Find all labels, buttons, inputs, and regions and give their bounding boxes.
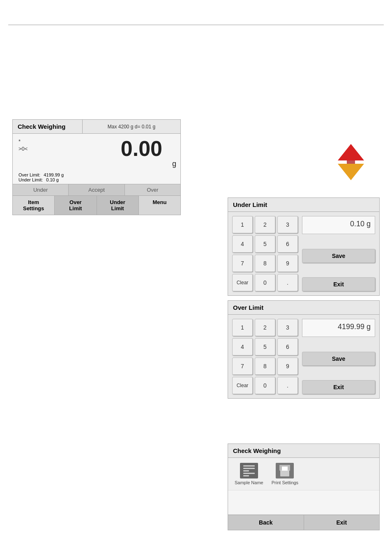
over-limit-keypad: 1 2 3 4 5 6 7 8 9 Clear 0 . [232,319,298,394]
cw-over-limit-label: Over Limit: [18,172,40,177]
sample-icon-lines [242,464,256,478]
cw-weight-display: 0.00g [18,138,175,159]
cw-under-limit-row: Under Limit: 0.10 g [18,177,64,182]
over-key-0[interactable]: 0 [255,377,275,394]
icon-line-4 [243,473,255,474]
cw-under-limit-label: Under Limit: [18,177,43,182]
under-limit-body: 1 2 3 4 5 6 7 8 9 Clear 0 . 0.10 g Save … [228,212,379,295]
key-clear[interactable]: Clear [232,274,253,291]
under-limit-keypad: 1 2 3 4 5 6 7 8 9 Clear 0 . [232,216,298,291]
sample-name-icon [240,463,258,478]
over-key-3[interactable]: 3 [277,319,298,336]
key-3[interactable]: 3 [277,216,298,233]
cw-status-icons: * >0< [18,138,28,153]
cw-max-info: Max 4200 g d= 0.01 g [83,121,180,133]
cw-nav-item-settings[interactable]: ItemSettings [13,196,55,215]
cw-bottom-title: Check Weighing [228,444,379,458]
over-limit-display: 4199.99 g [302,319,375,337]
sample-name-label: Sample Name [235,480,263,485]
cw-bottom-panel: Check Weighing Sample Name [228,444,380,530]
print-paper [282,467,288,471]
under-limit-save-button[interactable]: Save [302,249,375,263]
key-1[interactable]: 1 [232,216,253,233]
cw-over-limit-value: 4199.99 g [44,172,64,177]
over-key-4[interactable]: 4 [232,338,253,355]
over-key-6[interactable]: 6 [277,338,298,355]
cw-status-accept: Accept [69,184,125,195]
over-key-dot[interactable]: . [277,377,298,394]
cw-weight-number: 0.00 [121,137,162,160]
cw-panel-header: Check Weighing Max 4200 g d= 0.01 g [13,120,180,134]
cw-status-over: Over [125,184,180,195]
cw-under-limit-value: 0.10 g [46,177,59,182]
key-4[interactable]: 4 [232,235,253,253]
cw-status-bar: Under Accept Over [13,184,180,195]
top-divider [8,25,384,25]
cw-icon-zero: >0< [18,145,28,153]
icon-line-3 [243,470,249,471]
cw-bottom-back-button[interactable]: Back [228,515,304,530]
over-limit-body: 1 2 3 4 5 6 7 8 9 Clear 0 . 4199.99 g Sa… [228,315,379,398]
over-key-1[interactable]: 1 [232,319,253,336]
check-weighing-panel: Check Weighing Max 4200 g d= 0.01 g * >0… [12,119,181,215]
icon-line-5 [243,475,249,476]
key-6[interactable]: 6 [277,235,298,253]
arrow-bar-icon [347,160,355,164]
under-limit-panel: Under Limit 1 2 3 4 5 6 7 8 9 Clear 0 . … [228,197,380,296]
cw-nav-bar: ItemSettings OverLimit UnderLimit Menu [13,195,180,215]
icon-line-1 [243,465,255,467]
cw-nav-under-limit[interactable]: UnderLimit [97,196,139,215]
cw-nav-menu[interactable]: Menu [139,196,180,215]
print-body [280,470,289,476]
over-key-7[interactable]: 7 [232,358,253,375]
arrow-up-icon [338,144,364,160]
over-limit-exit-button[interactable]: Exit [302,380,375,394]
print-settings-item[interactable]: Print Settings [272,463,298,485]
key-0[interactable]: 0 [255,274,275,291]
under-limit-right: 0.10 g Save Exit [302,216,375,291]
over-key-2[interactable]: 2 [255,319,275,336]
sample-name-item[interactable]: Sample Name [235,463,263,485]
under-limit-display: 0.10 g [302,216,375,234]
over-key-clear[interactable]: Clear [232,377,253,394]
over-limit-panel: Over Limit 1 2 3 4 5 6 7 8 9 Clear 0 . 4… [228,300,380,399]
cw-limits-info: Over Limit: 4199.99 g Under Limit: 0.10 … [13,171,180,184]
direction-arrows [334,144,367,180]
over-key-9[interactable]: 9 [277,358,298,375]
over-limit-title: Over Limit [228,301,379,315]
cw-icon-star: * [18,138,28,145]
cw-bottom-exit-button[interactable]: Exit [304,515,380,530]
over-key-8[interactable]: 8 [255,358,275,375]
over-limit-right: 4199.99 g Save Exit [302,319,375,394]
key-dot[interactable]: . [277,274,298,291]
cw-bottom-empty-area [228,490,379,515]
cw-panel-title: Check Weighing [13,120,83,133]
under-limit-exit-button[interactable]: Exit [302,277,375,291]
print-settings-label: Print Settings [272,480,298,485]
key-9[interactable]: 9 [277,255,298,272]
print-settings-icon [276,463,294,478]
over-limit-save-button[interactable]: Save [302,352,375,366]
arrow-down-icon [338,164,364,180]
print-icon-shape [279,465,291,476]
cw-status-under: Under [13,184,69,195]
cw-over-limit-col: Over Limit: 4199.99 g Under Limit: 0.10 … [18,172,64,182]
cw-bottom-icons-row: Sample Name Print Settings [228,458,379,490]
cw-display-area: * >0< 0.00g [13,134,180,171]
cw-weight-unit: g [172,160,176,167]
key-5[interactable]: 5 [255,235,275,253]
under-limit-title: Under Limit [228,198,379,212]
cw-over-limit-row: Over Limit: 4199.99 g [18,172,64,177]
key-8[interactable]: 8 [255,255,275,272]
icon-line-2 [243,468,255,469]
over-key-5[interactable]: 5 [255,338,275,355]
cw-bottom-nav: Back Exit [228,515,379,530]
cw-nav-over-limit[interactable]: OverLimit [55,196,97,215]
key-7[interactable]: 7 [232,255,253,272]
key-2[interactable]: 2 [255,216,275,233]
